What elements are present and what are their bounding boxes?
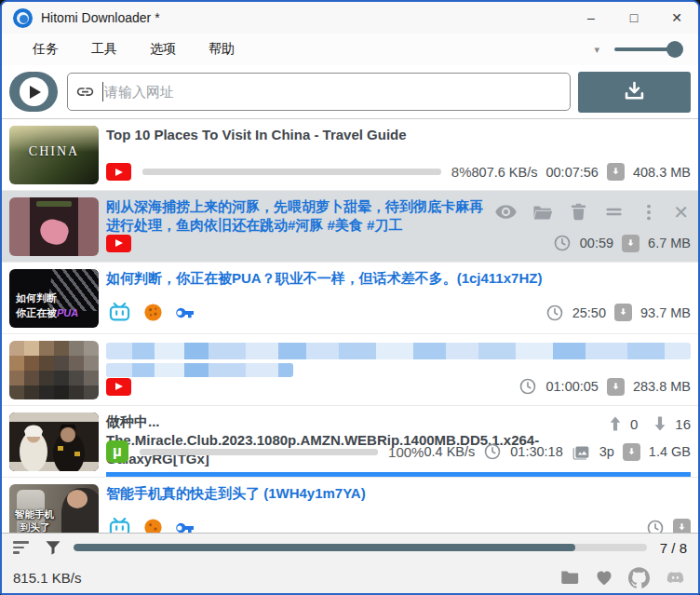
leechers-count: 16: [675, 416, 691, 432]
menu-tools[interactable]: 工具: [79, 36, 129, 62]
sort-icon[interactable]: [13, 541, 29, 554]
pages-count: 3p: [599, 444, 614, 459]
youtube-icon: [106, 163, 131, 181]
size-download-icon: [607, 378, 625, 396]
cookie-icon: [142, 517, 164, 533]
download-list: CHINA Top 10 Places To Visit In China - …: [2, 119, 698, 533]
size-download-icon: [623, 443, 640, 461]
progress-bar: [142, 169, 441, 175]
donate-heart-icon[interactable]: [594, 567, 614, 588]
status-bar: 7 / 8 815.1 KB/s: [2, 533, 698, 593]
open-folder-icon[interactable]: [532, 201, 554, 223]
menu-tasks[interactable]: 任务: [20, 36, 71, 62]
discord-icon[interactable]: [664, 568, 687, 588]
duration: 01:30:18: [510, 444, 562, 459]
download-row[interactable]: 如何判断 你正在被PUA 如何判断，你正在被PUA？职业不一样，但话术差不多。(…: [2, 263, 698, 334]
download-speed: 0.4 KB/s: [424, 444, 475, 459]
redacted-title-line: [106, 363, 293, 377]
video-thumbnail-pixelated: [9, 341, 99, 399]
youtube-icon: [106, 235, 131, 252]
progress-label: 8%: [451, 164, 472, 180]
file-size: 6.7 MB: [648, 236, 691, 250]
delete-trash-icon[interactable]: [568, 201, 589, 223]
chevron-down-icon[interactable]: ▾: [590, 44, 614, 56]
duration: 01:00:05: [545, 379, 598, 394]
download-row[interactable]: 智能手机 到头了 智能手机真的快走到头了 (1WH4y1m7YA): [2, 478, 698, 533]
youtube-icon: [106, 378, 131, 396]
video-thumbnail: [9, 197, 99, 256]
video-thumbnail: CHINA: [9, 126, 99, 184]
progress-bar: [140, 449, 378, 455]
url-input[interactable]: [104, 84, 562, 100]
file-size: 283.8 MB: [633, 379, 691, 394]
download-title: 如何判断，你正在被PUA？职业不一样，但话术差不多。(1cj411x7HZ): [106, 269, 691, 288]
total-speed: 815.1 KB/s: [13, 570, 81, 586]
speed-limit-slider[interactable]: [614, 42, 681, 57]
progress-label: 100%: [388, 444, 424, 460]
clock-icon: [545, 304, 564, 322]
filter-funnel-icon[interactable]: [44, 538, 62, 557]
duration: 25:50: [572, 305, 606, 320]
remove-row-icon[interactable]: ✕: [673, 201, 689, 223]
preview-eye-icon[interactable]: [494, 200, 518, 223]
download-title: 智能手机真的快走到头了 (1WH4y1m7YA): [106, 484, 691, 503]
download-row[interactable]: CHINA Top 10 Places To Visit In China - …: [2, 119, 698, 191]
time-remaining: 00:07:56: [545, 165, 598, 180]
window-title: Hitomi Downloader *: [41, 10, 160, 25]
file-size: 408.3 MB: [633, 165, 691, 180]
play-icon: [20, 77, 48, 106]
download-title: 刚从深海捕捞上来的河豚，先喂胡萝卜甜晕，待到彻底卡麻再进行处理，鱼肉依旧还在跳动…: [106, 197, 495, 235]
duration: 00:59: [580, 236, 613, 250]
pages-image-icon: [572, 442, 591, 462]
download-row-selected[interactable]: 刚从深海捕捞上来的河豚，先喂胡萝卜甜晕，待到彻底卡麻再进行处理，鱼肉依旧还在跳动…: [2, 191, 698, 263]
minimize-button[interactable]: –: [570, 2, 612, 34]
seeders-count: 0: [630, 416, 638, 432]
seeding-progress-bar: [106, 472, 691, 477]
seed-peer-counts: 0 16: [606, 414, 691, 433]
kebab-menu-icon[interactable]: [639, 202, 659, 223]
size-download-icon: [673, 519, 691, 533]
maximize-button[interactable]: □: [612, 2, 655, 34]
clock-icon: [646, 519, 665, 534]
bilibili-icon: [106, 301, 133, 324]
app-logo-icon: [13, 8, 33, 28]
clock-icon: [518, 377, 537, 396]
clock-icon: [483, 442, 502, 461]
menu-bar: 任务 工具 选项 帮助 ▾: [2, 34, 698, 65]
download-row[interactable]: 做种中... The.Miracle.Club.2023.1080p.AMZN.…: [2, 406, 698, 478]
cookie-icon: [142, 302, 164, 323]
row-actions: ✕: [494, 200, 689, 223]
download-title: Top 10 Places To Visit In China - Travel…: [106, 126, 691, 144]
clock-icon: [553, 234, 572, 252]
leechers-down-icon: [651, 414, 669, 433]
video-thumbnail: 如何判断 你正在被PUA: [9, 269, 99, 328]
text-caret: [102, 82, 103, 101]
seeders-up-icon: [606, 414, 625, 433]
video-thumbnail: 智能手机 到头了: [9, 484, 99, 533]
redacted-title-line: [106, 343, 691, 359]
equals-pause-icon[interactable]: [603, 201, 625, 223]
file-size: 1.4 GB: [649, 444, 691, 459]
close-button[interactable]: ✕: [655, 2, 698, 34]
key-icon: [173, 517, 195, 534]
start-queue-button[interactable]: [9, 72, 58, 112]
menu-help[interactable]: 帮助: [196, 36, 247, 62]
bilibili-icon: [106, 516, 133, 533]
file-size: 93.7 MB: [640, 305, 691, 320]
url-input-container[interactable]: [67, 73, 571, 111]
key-icon: [173, 302, 195, 324]
github-icon[interactable]: [628, 567, 650, 588]
size-download-icon: [622, 235, 639, 252]
download-row-redacted[interactable]: 01:00:05 283.8 MB: [2, 334, 698, 406]
video-thumbnail: [9, 412, 99, 471]
size-download-icon: [614, 304, 632, 321]
slider-thumb[interactable]: [666, 41, 683, 58]
window-controls: – □ ✕: [570, 2, 698, 34]
app-window: Hitomi Downloader * – □ ✕ 任务 工具 选项 帮助 ▾: [0, 0, 700, 595]
title-bar: Hitomi Downloader * – □ ✕: [2, 2, 698, 34]
toolbar: [2, 65, 698, 119]
utorrent-icon: µ: [106, 440, 128, 463]
downloads-folder-icon[interactable]: [559, 567, 580, 588]
download-button[interactable]: [578, 72, 691, 113]
menu-options[interactable]: 选项: [138, 36, 188, 62]
